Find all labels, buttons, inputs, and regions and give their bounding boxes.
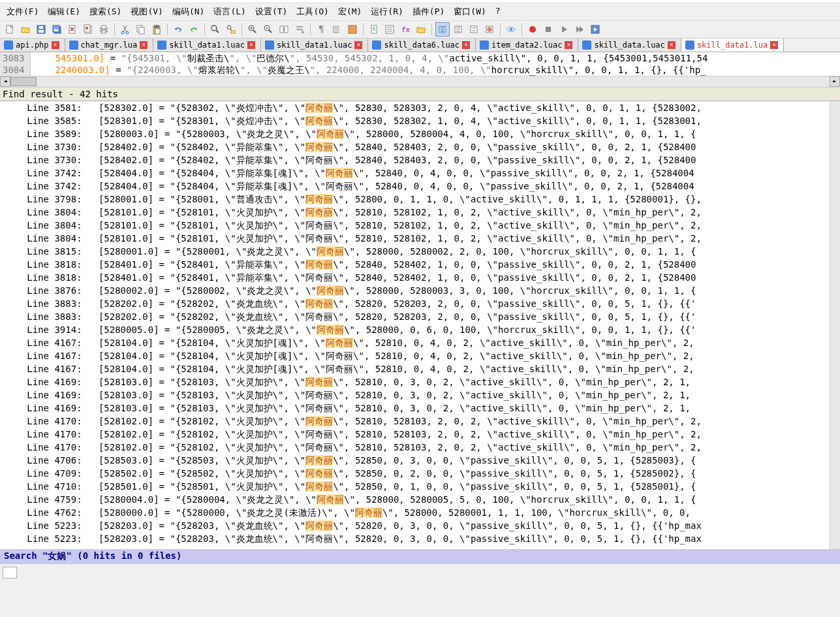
- scroll-thumb[interactable]: [10, 77, 37, 86]
- save-all-button[interactable]: [50, 22, 64, 37]
- code-area[interactable]: 545301.0] = "{545301, \"制裁圣击\", \"巴德尔\",…: [31, 52, 840, 76]
- find-result-line[interactable]: Line 3589: [5280003.0] = "{5280003, \"炎龙…: [0, 127, 830, 140]
- file-tab[interactable]: skill_data.luac✕: [578, 39, 681, 52]
- undo-button[interactable]: [171, 22, 185, 37]
- save-macro-button[interactable]: [588, 22, 602, 37]
- bottom-tab[interactable]: [3, 567, 17, 578]
- find-result-line[interactable]: Line 5223: [528203.0] = "{528203, \"炎龙血统…: [0, 519, 830, 532]
- find-result-line[interactable]: Line 4170: [528102.0] = "{528102, \"火灵加护…: [0, 441, 830, 454]
- find-result-line[interactable]: Line 4169: [528103.0] = "{528103, \"火灵加护…: [0, 388, 830, 402]
- stop-button[interactable]: [541, 22, 555, 37]
- copy-button[interactable]: [134, 22, 148, 37]
- toggle-4-button[interactable]: [482, 22, 497, 37]
- folder-button[interactable]: [414, 22, 428, 37]
- new-file-button[interactable]: [3, 22, 17, 37]
- find-result-line[interactable]: Line 3815: [5280001.0] = "{5280001, \"炎龙…: [0, 245, 830, 258]
- find-result-line[interactable]: Line 3818: [528401.0] = "{528401, \"异能萃集…: [0, 271, 830, 284]
- menu-item[interactable]: 宏(M): [334, 5, 366, 19]
- find-result-line[interactable]: Line 4170: [528102.0] = "{528102, \"火灵加护…: [0, 415, 830, 428]
- play-button[interactable]: [557, 22, 571, 37]
- find-result-line[interactable]: Line 4759: [5280004.0] = "{5280004, \"炎龙…: [0, 493, 830, 506]
- print-button[interactable]: [97, 22, 111, 37]
- function-list-button[interactable]: fx: [398, 22, 412, 37]
- find-result-line[interactable]: Line 3804: [528101.0] = "{528101, \"火灵加护…: [0, 232, 830, 245]
- tab-close-icon[interactable]: ✕: [247, 41, 255, 49]
- toggle-1-button[interactable]: [435, 22, 450, 37]
- file-tab[interactable]: skill_data1.luac✕: [261, 39, 369, 52]
- find-result-line[interactable]: Line 5223: [528203.0] = "{528203, \"炎龙血统…: [0, 532, 830, 545]
- redo-button[interactable]: [187, 22, 201, 37]
- menu-item[interactable]: 语言(L): [210, 5, 249, 19]
- find-button[interactable]: [208, 22, 223, 37]
- find-result-line[interactable]: Line 4167: [528104.0] = "{528104, \"火灵加护…: [0, 362, 830, 375]
- tab-close-icon[interactable]: ✕: [770, 41, 778, 49]
- find-result-line[interactable]: Line 3798: [528001.0] = "{528001, \"普通攻击…: [0, 193, 830, 206]
- menu-item[interactable]: 运行(R): [367, 5, 407, 19]
- find-result-line[interactable]: Line 3585: [528301.0] = "{528301, \"炎煌冲击…: [0, 114, 830, 127]
- find-result-line[interactable]: Line 4167: [528104.0] = "{528104, \"火灵加护…: [0, 349, 830, 362]
- find-result-line[interactable]: Line 4169: [528103.0] = "{528103, \"火灵加护…: [0, 402, 830, 415]
- close-all-button[interactable]: [81, 22, 95, 37]
- tab-close-icon[interactable]: ✕: [565, 41, 572, 49]
- file-tab[interactable]: chat_mgr.lua✕: [65, 39, 154, 52]
- menu-item[interactable]: 搜索(S): [86, 5, 125, 19]
- file-tab[interactable]: api.php✕: [0, 39, 65, 52]
- find-result-line[interactable]: Line 3883: [528202.0] = "{528202, \"炎龙血统…: [0, 297, 830, 310]
- find-result-line[interactable]: Line 3914: [5280005.0] = "{5280005, \"炎龙…: [0, 323, 830, 336]
- cut-button[interactable]: [118, 22, 132, 37]
- find-result-line[interactable]: Line 4167: [528104.0] = "{528104, \"火灵加护…: [0, 336, 830, 349]
- save-button[interactable]: [34, 22, 48, 37]
- scroll-track[interactable]: [10, 76, 830, 87]
- find-result-line[interactable]: Line 4169: [528103.0] = "{528103, \"火灵加护…: [0, 375, 830, 388]
- find-result-line[interactable]: Line 3730: [528402.0] = "{528402, \"异能萃集…: [0, 140, 830, 153]
- zoom-out-button[interactable]: [261, 22, 275, 37]
- menu-item[interactable]: 插件(P): [409, 5, 448, 19]
- tab-close-icon[interactable]: ✕: [354, 41, 362, 49]
- show-invisible-button[interactable]: ¶: [314, 22, 328, 37]
- find-result-line[interactable]: Line 3818: [528401.0] = "{528401, \"异能萃集…: [0, 258, 830, 271]
- doc-list-button[interactable]: [382, 22, 397, 37]
- find-result-line[interactable]: Line 3804: [528101.0] = "{528101, \"火灵加护…: [0, 219, 830, 232]
- menu-item[interactable]: 工具(O): [292, 5, 332, 19]
- toggle-2-button[interactable]: [451, 22, 465, 37]
- find-result-line[interactable]: Line 3742: [528404.0] = "{528404, \"异能萃集…: [0, 180, 830, 193]
- scroll-left-button[interactable]: ◄: [0, 76, 10, 87]
- file-tab[interactable]: skill_data1.luac✕: [153, 39, 261, 52]
- indent-guide-button[interactable]: [330, 22, 344, 37]
- find-results-pane[interactable]: Line 3581: [528302.0] = "{528302, \"炎煌冲击…: [0, 101, 830, 549]
- record-button[interactable]: [525, 22, 540, 37]
- file-tab[interactable]: item_data2.luac✕: [476, 39, 578, 52]
- tab-close-icon[interactable]: ✕: [668, 41, 676, 49]
- zoom-in-button[interactable]: [245, 22, 260, 37]
- monitor-button[interactable]: [504, 22, 518, 37]
- paste-button[interactable]: [149, 22, 164, 37]
- user-lang-button[interactable]: [345, 22, 360, 37]
- tab-close-icon[interactable]: ✕: [140, 41, 148, 49]
- scroll-right-button[interactable]: ►: [830, 76, 840, 87]
- editor-pane[interactable]: 30833084 545301.0] = "{545301, \"制裁圣击\",…: [0, 52, 840, 76]
- find-result-line[interactable]: Line 3876: [5280002.0] = "{5280002, \"炎龙…: [0, 284, 830, 297]
- find-result-line[interactable]: Line 3804: [528101.0] = "{528101, \"火灵加护…: [0, 206, 830, 219]
- find-result-line[interactable]: Line 4710: [528501.0] = "{528501, \"火灵加护…: [0, 480, 830, 493]
- vertical-scrollbar[interactable]: [830, 101, 840, 549]
- tab-close-icon[interactable]: ✕: [52, 41, 59, 49]
- file-tab[interactable]: skill_data6.luac✕: [368, 39, 476, 52]
- play-multi-button[interactable]: [572, 22, 587, 37]
- find-result-line[interactable]: Line 3883: [528202.0] = "{528202, \"炎龙血统…: [0, 310, 830, 323]
- toggle-3-button[interactable]: [467, 22, 481, 37]
- find-result-line[interactable]: Line 4170: [528102.0] = "{528102, \"火灵加护…: [0, 428, 830, 441]
- doc-map-button[interactable]: [367, 22, 381, 37]
- menu-item[interactable]: 文件(F): [3, 5, 42, 19]
- find-result-line[interactable]: Line 3581: [528302.0] = "{528302, \"炎煌冲击…: [0, 101, 830, 114]
- find-result-line[interactable]: Line 3742: [528404.0] = "{528404, \"异能萃集…: [0, 166, 830, 180]
- wordwrap-button[interactable]: [292, 22, 307, 37]
- find-result-line[interactable]: Line 3730: [528402.0] = "{528402, \"异能萃集…: [0, 153, 830, 166]
- menu-item[interactable]: 编码(N): [168, 5, 208, 19]
- menu-item[interactable]: ?: [491, 5, 505, 19]
- menu-item[interactable]: 视图(V): [127, 5, 166, 19]
- find-result-line[interactable]: Line 4709: [528502.0] = "{528502, \"火灵加护…: [0, 467, 830, 480]
- find-result-line[interactable]: Line 4706: [528503.0] = "{528503, \"火灵加护…: [0, 454, 830, 467]
- file-tab[interactable]: skill_data1.lua✕: [681, 39, 784, 52]
- menu-item[interactable]: 编辑(E): [44, 5, 84, 19]
- open-file-button[interactable]: [18, 22, 33, 37]
